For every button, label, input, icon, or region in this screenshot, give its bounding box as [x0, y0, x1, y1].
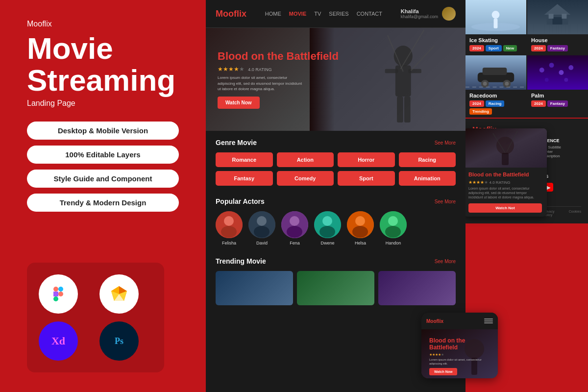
feature-btn-3[interactable]: Trendy & Modern Design	[27, 194, 179, 212]
cookies-link[interactable]: Cookies	[569, 210, 581, 217]
mobile-hero-desc: Lorem ipsum dolor sit amet, consectetur …	[429, 358, 490, 366]
trending-card-3[interactable]	[378, 271, 456, 305]
genre-comedy[interactable]: Comedy	[277, 171, 334, 186]
nav-movie[interactable]: MOVIE	[289, 11, 306, 17]
genre-see-more[interactable]: See More	[435, 140, 456, 146]
landing-page-label: Landing Page	[27, 99, 179, 108]
blood-watch-button[interactable]: Watch Not	[468, 203, 542, 213]
cards-grid: Ice Skating 2024 Sport New	[466, 0, 588, 118]
blood-card-desc: Lorem ipsum dolor sit amet, consectetur …	[468, 186, 542, 199]
main-title: MovieStreaming	[27, 32, 179, 96]
svg-point-61	[559, 70, 564, 75]
actors-section: Popular Actors See More Felisha	[206, 194, 466, 253]
svg-rect-47	[553, 17, 563, 24]
svg-point-4	[58, 292, 63, 296]
blood-card-image	[466, 128, 547, 168]
tag-fantasy-palm: Fantasy	[547, 100, 568, 107]
genre-section: Genre Movie See More Romance Action Horr…	[206, 131, 466, 194]
genre-header: Genre Movie See More	[216, 139, 456, 147]
svg-point-66	[496, 137, 514, 154]
genre-fantasy[interactable]: Fantasy	[216, 171, 273, 186]
actor-avatar-dwene	[314, 211, 341, 238]
actor-dwene: Dwene	[314, 211, 341, 245]
movie-card-palm[interactable]: Palm 2024 Fantasy	[527, 55, 588, 118]
svg-point-32	[322, 216, 332, 226]
trending-header: Trending Movie See More	[216, 257, 456, 265]
genre-horror[interactable]: Horror	[338, 152, 395, 167]
race-tags: 2024 Racing Trending	[469, 100, 522, 115]
actors-title: Popular Actors	[216, 197, 265, 205]
mobile-watch-button[interactable]: Watch Now	[429, 368, 457, 375]
trending-card-1[interactable]	[216, 271, 293, 305]
nav-home[interactable]: HOME	[265, 11, 281, 17]
movie-card-house[interactable]: House 2024 Fantasy	[527, 0, 588, 54]
actor-helsa: Helsa	[347, 211, 374, 245]
svg-point-30	[287, 226, 302, 238]
movie-card-skating[interactable]: Ice Skating 2024 Sport New	[466, 0, 526, 54]
trending-row	[216, 271, 456, 305]
svg-rect-14	[385, 69, 398, 73]
actor-name-dwene: Dwene	[320, 241, 334, 245]
feature-btn-2[interactable]: Style Guide and Component	[27, 170, 179, 188]
actors-header: Popular Actors See More	[216, 197, 456, 205]
feature-btn-1[interactable]: 100% Editable Layers	[27, 146, 179, 164]
mobile-hero-content: Blood on the Battlefield ★★★★★ Lorem ips…	[425, 333, 494, 378]
svg-rect-67	[502, 153, 509, 165]
svg-point-60	[549, 63, 554, 68]
skating-tags: 2024 Sport New	[469, 45, 522, 51]
trending-card-bg-3	[378, 271, 456, 305]
hero-watch-button[interactable]: Watch Now	[218, 97, 260, 109]
nav-contact[interactable]: CONTACT	[357, 11, 382, 17]
actor-name-handon: Handon	[386, 241, 401, 245]
svg-rect-49	[562, 14, 566, 19]
svg-point-26	[257, 216, 267, 226]
actor-avatar-fena	[281, 211, 308, 238]
mobile-hero-stars: ★★★★★	[429, 353, 490, 357]
svg-rect-3	[53, 296, 58, 301]
mock-logo: Mooflix	[216, 9, 246, 19]
figma-icon	[39, 274, 78, 314]
svg-point-39	[385, 226, 401, 238]
skating-info: Ice Skating 2024 Sport New	[466, 34, 526, 54]
genre-racing[interactable]: Racing	[399, 152, 456, 167]
genre-animation[interactable]: Animation	[399, 171, 456, 186]
actors-see-more[interactable]: See More	[435, 199, 456, 204]
mock-user: Khalifa khalifa@gmail.com	[401, 7, 456, 21]
actors-row: Felisha David	[216, 211, 456, 245]
nav-series[interactable]: SERIES	[329, 11, 348, 17]
movie-card-race[interactable]: Racedoom 2024 Racing Trending	[466, 55, 526, 118]
genre-grid: Romance Action Horror Racing Fantasy Com…	[216, 152, 456, 186]
genre-action[interactable]: Action	[277, 152, 334, 167]
user-info: Khalifa khalifa@gmail.com	[401, 8, 438, 19]
mobile-nav: Mooflix	[421, 313, 498, 329]
actor-name-david: David	[256, 241, 268, 245]
actor-avatar-handon	[380, 211, 407, 238]
tag-racing: Racing	[486, 100, 505, 107]
svg-rect-16	[397, 97, 403, 122]
race-image	[466, 55, 526, 90]
hamburger-icon[interactable]	[484, 317, 493, 325]
trending-card-bg-2	[297, 271, 374, 305]
blood-card: Blood on the Battlefield ★★★★★ 4.0 RATIN…	[466, 128, 547, 217]
tag-new: New	[503, 45, 517, 51]
house-info: House 2024 Fantasy	[527, 34, 588, 54]
tag-trending: Trending	[469, 108, 492, 115]
mobile-logo: Mooflix	[426, 318, 443, 324]
trending-card-2[interactable]	[297, 271, 374, 305]
trending-see-more[interactable]: See More	[435, 259, 456, 264]
palm-info: Palm 2024 Fantasy	[527, 90, 588, 110]
xd-icon: Xd	[39, 321, 78, 361]
nav-tv[interactable]: TV	[314, 11, 321, 17]
genre-sport[interactable]: Sport	[338, 171, 395, 186]
feature-btn-0[interactable]: Desktop & Mobile Version	[27, 122, 179, 140]
actor-name-fena: Fena	[290, 241, 300, 245]
race-info: Racedoom 2024 Racing Trending	[466, 90, 526, 118]
genre-romance[interactable]: Romance	[216, 152, 273, 167]
house-image	[527, 0, 588, 34]
palm-title: Palm	[531, 93, 584, 98]
tag-sport: Sport	[486, 45, 502, 51]
username: Khalifa	[401, 8, 438, 14]
hero-content: Blood on the Battlefield ★★★★★ 4.0 RATIN…	[206, 40, 350, 119]
house-tags: 2024 Fantasy	[531, 45, 584, 51]
trending-section: Trending Movie See More	[206, 253, 466, 313]
